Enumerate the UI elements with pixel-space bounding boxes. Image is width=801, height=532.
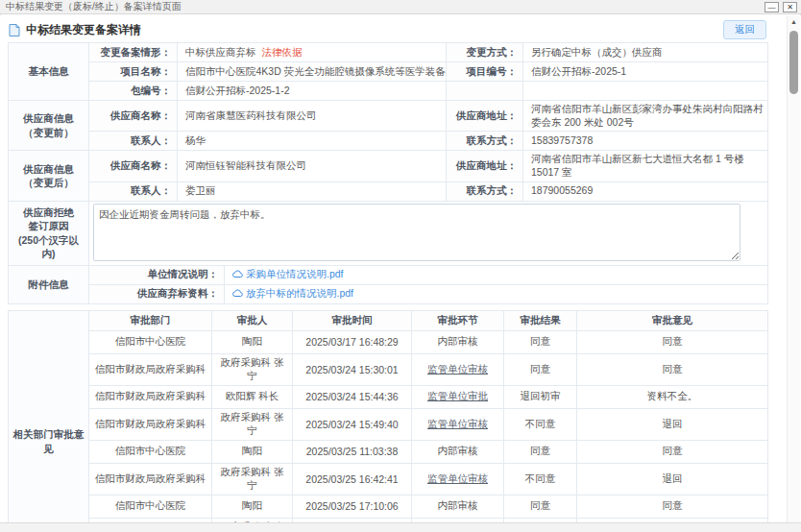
legal-basis-link[interactable]: 法律依据 — [262, 46, 303, 58]
supplier-before-name-label: 供应商名称： — [89, 101, 178, 132]
approval-dept: 信阳市财政局政府采购科 — [89, 408, 212, 440]
supplier-before-phone-value: 15839757378 — [523, 132, 768, 151]
approval-result: 不同意 — [504, 463, 577, 495]
approval-row: 信阳市财政局政府采购科 政府采购科 张宁 2025/03/25 16:42:41… — [9, 463, 768, 495]
window-controls: — ✕ — [765, 2, 797, 12]
approval-opinion: 退回 — [577, 408, 768, 440]
approval-row: 信阳市财政局政府采购科 欧阳辉 科长 2025/03/24 15:44:36 监… — [9, 385, 768, 408]
approval-step-link[interactable]: 监管单位审核 — [412, 353, 504, 385]
project-name-label: 项目名称： — [89, 62, 178, 82]
approval-result: 不同意 — [504, 408, 577, 440]
supplier-after-name-label: 供应商名称： — [89, 151, 178, 181]
unit-doc-label: 单位情况说明： — [89, 265, 225, 284]
approval-row: 信阳市财政局政府采购科 政府采购科 张宁 2025/03/24 15:30:01… — [9, 353, 768, 385]
approval-step-link[interactable]: 监管单位审核 — [412, 463, 504, 495]
refusal-reason-cell: 因企业近期资金周转问题，放弃中标。 — [89, 201, 768, 265]
record-detail-table: 基本信息 变更备案情形： 中标供应商弃标法律依据 变更方式： 另行确定中标（成交… — [8, 42, 768, 266]
approval-step: 内部审核 — [412, 495, 504, 518]
change-method-label: 变更方式： — [447, 43, 523, 62]
approval-step-link[interactable]: 监管单位审核 — [412, 408, 504, 440]
approval-row: 信阳市财政局政府采购科 政府采购科 张宁 2025/03/24 15:49:40… — [9, 408, 768, 440]
supplier-after-name-value: 河南恒钰智能科技有限公司 — [178, 151, 447, 181]
approval-step: 内部审核 — [412, 330, 504, 353]
refusal-label-l2: 签订原因 — [29, 220, 69, 231]
package-no-value: 信财公开招标-2025-1-2 — [178, 82, 447, 101]
supplier-before-phone-label: 联系方式： — [447, 132, 523, 151]
approval-time: 2025/03/24 15:30:01 — [293, 353, 412, 385]
approval-time: 2025/03/25 16:42:41 — [293, 463, 412, 495]
supplier-after-contact-value: 娄卫丽 — [178, 181, 447, 201]
approval-dept: 信阳市中心医院 — [89, 330, 212, 353]
document-icon — [9, 24, 20, 36]
approval-person: 欧阳辉 科长 — [212, 385, 293, 408]
supplier-before-name-value: 河南省康慧医药科技有限公司 — [178, 101, 447, 132]
approval-header-time: 审批时间 — [293, 310, 412, 330]
approval-time: 2025/03/17 16:48:29 — [293, 330, 412, 353]
approval-row: 信阳市中心医院 陶阳 2025/03/25 11:03:38 内部审核 同意 同… — [9, 440, 768, 463]
project-no-label: 项目编号： — [447, 62, 523, 82]
approval-header-person: 审批人 — [212, 310, 293, 330]
approval-result: 同意 — [504, 495, 577, 518]
approval-opinion: 资料不全。 — [577, 385, 768, 408]
supplier-after-phone-value: 18790055269 — [523, 181, 768, 201]
empty-value-cell — [523, 82, 768, 101]
change-case-cell: 中标供应商弃标法律依据 — [178, 43, 447, 62]
main-content: 中标结果变更备案详情 返回 基本信息 变更备案情形： 中标供应商弃标法律依据 变… — [0, 15, 801, 523]
close-icon[interactable]: ✕ — [783, 2, 797, 12]
attachments-table: 附件信息 单位情况说明： 采购单位情况说明.pdf 供应商弃标资料： 放弃中标的… — [8, 265, 768, 304]
supplier-before-label-l1: 供应商信息 — [23, 112, 74, 124]
approval-header-dept: 审批部门 — [89, 310, 212, 330]
package-no-label: 包编号： — [89, 82, 178, 101]
scroll-up-icon[interactable]: ▲ — [788, 16, 800, 28]
vertical-scrollbar[interactable]: ▲ — [787, 16, 800, 522]
approval-step: 内部审核 — [412, 440, 504, 463]
approval-row: 信阳市中心医院 陶阳 2025/03/25 17:10:06 内部审核 同意 同… — [9, 495, 768, 518]
waiver-doc-cell: 放弃中标的情况说明.pdf — [225, 284, 768, 303]
supplier-after-phone-label: 联系方式： — [447, 181, 523, 201]
section-refusal-reason: 供应商拒绝 签订原因 (250个汉字以内) — [9, 201, 89, 265]
scrollbar-thumb[interactable] — [789, 31, 798, 94]
unit-doc-cell: 采购单位情况说明.pdf — [225, 265, 768, 284]
supplier-before-contact-label: 联系人： — [89, 132, 178, 151]
supplier-after-contact-label: 联系人： — [89, 181, 178, 201]
supplier-after-label-l2: （变更后） — [23, 177, 74, 188]
refusal-label-l1: 供应商拒绝 — [23, 206, 74, 218]
unit-doc-filename: 采购单位情况说明.pdf — [246, 268, 344, 281]
minimize-icon[interactable]: — — [765, 2, 779, 12]
waiver-doc-link[interactable]: 放弃中标的情况说明.pdf — [232, 287, 353, 301]
waiver-doc-label: 供应商弃标资料： — [89, 284, 225, 303]
approval-dept: 信阳市中心医院 — [89, 495, 212, 518]
change-method-value: 另行确定中标（成交）供应商 — [523, 43, 768, 62]
supplier-before-address-label: 供应商地址： — [447, 101, 523, 132]
approval-time: 2025/03/24 15:44:36 — [293, 385, 412, 408]
approval-person: 政府采购科 张宁 — [212, 463, 293, 495]
approval-person: 政府采购科 张宁 — [212, 408, 293, 440]
approval-result: 退回初审 — [504, 385, 577, 408]
empty-label-cell — [447, 82, 523, 101]
approval-step-link[interactable]: 监管单位审批 — [412, 385, 504, 408]
unit-doc-link[interactable]: 采购单位情况说明.pdf — [232, 268, 344, 281]
page-title: 中标结果变更备案详情 — [26, 22, 723, 38]
back-button[interactable]: 返回 — [723, 20, 766, 39]
refusal-reason-textarea[interactable]: 因企业近期资金周转问题，放弃中标。 — [93, 204, 740, 261]
waiver-doc-filename: 放弃中标的情况说明.pdf — [246, 287, 353, 301]
section-supplier-before: 供应商信息 （变更前） — [9, 101, 89, 151]
approval-time: 2025/03/25 11:03:38 — [293, 440, 412, 463]
refusal-label-l3: (250个汉字以内) — [18, 234, 79, 259]
approval-person: 政府采购科 张宁 — [212, 353, 293, 385]
cloud-download-icon — [232, 270, 243, 278]
supplier-after-address-value: 河南省信阳市羊山新区新七大道恒大名都 1 号楼 15017 室 — [523, 151, 768, 181]
approval-opinions-table: 相关部门审批意见 审批部门 审批人 审批时间 审批环节 审批结果 审批意见 信阳… — [8, 310, 768, 532]
supplier-before-label-l2: （变更前） — [23, 127, 74, 138]
approval-dept: 信阳市财政局政府采购科 — [89, 353, 212, 385]
approval-result: 同意 — [504, 330, 577, 353]
approval-header-result: 审批结果 — [504, 310, 577, 330]
section-basic-info: 基本信息 — [9, 43, 89, 101]
approval-opinion: 退回 — [577, 463, 768, 495]
approval-result: 同意 — [504, 353, 577, 385]
approval-person: 陶阳 — [212, 440, 293, 463]
approval-person: 陶阳 — [212, 330, 293, 353]
project-name-value: 信阳市中心医院4K3D 荧光全功能腔镜摄像系统等医学装备采购项目 — [178, 62, 447, 82]
supplier-before-contact-value: 杨华 — [178, 132, 447, 151]
window-title: 中标结果变更（废标/终止）备案详情页面 — [6, 0, 182, 13]
